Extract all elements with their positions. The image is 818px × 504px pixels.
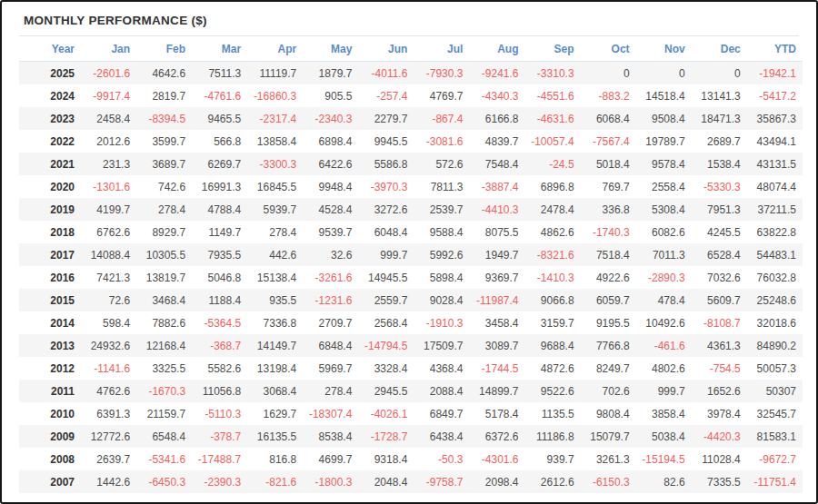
value-cell: 336.8 <box>581 198 636 221</box>
value-cell: -11987.4 <box>469 289 524 311</box>
value-cell: 54483.1 <box>747 243 803 266</box>
value-cell: 10492.6 <box>636 311 692 334</box>
value-cell: -3261.6 <box>303 266 358 289</box>
value-cell: 16991.3 <box>192 175 247 198</box>
value-cell: 37211.5 <box>747 198 803 221</box>
value-cell: 3272.6 <box>358 198 414 221</box>
year-cell: 2020 <box>19 175 81 198</box>
value-cell: 598.4 <box>81 311 136 334</box>
value-cell: -4761.6 <box>192 84 247 107</box>
value-cell: 2279.7 <box>358 107 414 130</box>
value-cell: -5330.3 <box>692 175 747 198</box>
value-cell: -4410.3 <box>469 198 524 221</box>
value-cell: 32.6 <box>303 243 358 266</box>
value-cell: -461.6 <box>636 334 692 357</box>
value-cell: -9241.6 <box>469 62 524 85</box>
value-cell: 1652.6 <box>692 380 747 402</box>
column-header-jun: Jun <box>358 36 414 62</box>
value-cell: 7766.8 <box>581 334 636 357</box>
value-cell: -8394.5 <box>136 107 192 130</box>
value-cell: 3089.7 <box>469 334 524 357</box>
value-cell: 1188.4 <box>192 289 247 311</box>
value-cell: 7336.8 <box>247 311 303 334</box>
value-cell: 6528.4 <box>692 243 747 266</box>
value-cell: 4802.6 <box>636 357 692 380</box>
year-cell: 2013 <box>19 334 81 357</box>
value-cell: 12772.6 <box>81 425 136 448</box>
value-cell: 5586.8 <box>358 153 414 175</box>
value-cell: -9917.4 <box>81 84 136 107</box>
value-cell: -8321.6 <box>525 243 581 266</box>
value-cell: 3858.4 <box>636 402 692 425</box>
column-header-oct: Oct <box>581 36 636 62</box>
value-cell: 7951.3 <box>692 198 747 221</box>
value-cell: 5969.7 <box>303 357 358 380</box>
value-cell: 14899.7 <box>469 380 524 402</box>
value-cell: 2539.7 <box>414 198 469 221</box>
value-cell: 76032.8 <box>747 266 803 289</box>
table-row: 20071442.6-6450.3-2390.3-821.6-1800.3204… <box>19 470 803 493</box>
value-cell: -4011.6 <box>358 62 414 85</box>
table-row: 2012-1141.63325.55582.613198.45969.73328… <box>19 357 803 380</box>
value-cell: 9945.5 <box>358 130 414 153</box>
value-cell: 5898.4 <box>414 266 469 289</box>
column-header-jul: Jul <box>414 36 469 62</box>
value-cell: 9522.6 <box>525 380 581 402</box>
value-cell: 5018.4 <box>581 153 636 175</box>
value-cell: 3458.4 <box>469 311 524 334</box>
column-header-may: May <box>303 36 358 62</box>
value-cell: -1744.5 <box>469 357 524 380</box>
table-row: 2021231.33689.76269.7-3300.36422.65586.8… <box>19 153 803 175</box>
value-cell: 4839.7 <box>469 130 524 153</box>
value-cell: -1301.6 <box>81 175 136 198</box>
page-title: MONTHLY PERFORMANCE ($) <box>24 14 798 27</box>
value-cell: 4872.6 <box>525 357 581 380</box>
value-cell: 6762.6 <box>81 221 136 243</box>
value-cell: 13858.4 <box>247 130 303 153</box>
column-header-feb: Feb <box>136 36 192 62</box>
value-cell: 16845.5 <box>247 175 303 198</box>
value-cell: 5046.8 <box>192 266 247 289</box>
value-cell: -1800.3 <box>303 470 358 493</box>
table-row: 20194199.7278.44788.45939.74528.43272.62… <box>19 198 803 221</box>
value-cell: 9195.5 <box>581 311 636 334</box>
value-cell: 4788.4 <box>192 198 247 221</box>
value-cell: 999.7 <box>358 243 414 266</box>
value-cell: -6150.3 <box>581 470 636 493</box>
table-row: 200912772.66548.4-378.716135.58538.4-172… <box>19 425 803 448</box>
year-cell: 2009 <box>19 425 81 448</box>
value-cell: 2819.7 <box>136 84 192 107</box>
value-cell: -1910.3 <box>414 311 469 334</box>
value-cell: 4762.6 <box>81 380 136 402</box>
year-cell: 2017 <box>19 243 81 266</box>
value-cell: -4340.3 <box>469 84 524 107</box>
value-cell: 9688.4 <box>525 334 581 357</box>
value-cell: -6450.3 <box>136 470 192 493</box>
value-cell: -14794.5 <box>358 334 414 357</box>
table-header: YearJanFebMarAprMayJunJulAugSepOctNovDec… <box>19 36 803 62</box>
column-header-apr: Apr <box>247 36 303 62</box>
value-cell: -2390.3 <box>192 470 247 493</box>
value-cell: 7811.3 <box>414 175 469 198</box>
value-cell: 5308.4 <box>636 198 692 221</box>
value-cell: 5939.7 <box>247 198 303 221</box>
value-cell: -4026.1 <box>358 402 414 425</box>
value-cell: 3261.3 <box>581 448 636 470</box>
year-cell: 2008 <box>19 448 81 470</box>
value-cell: 3978.4 <box>692 402 747 425</box>
year-cell: 2012 <box>19 357 81 380</box>
value-cell: 11119.7 <box>247 62 303 85</box>
table-row: 201324932.612168.4-368.714149.76848.4-14… <box>19 334 803 357</box>
table-row: 20167421.313819.75046.815138.4-3261.6149… <box>19 266 803 289</box>
value-cell: 6422.6 <box>303 153 358 175</box>
value-cell: 278.4 <box>303 380 358 402</box>
table-row: 20082639.7-5341.6-17488.7816.84699.79318… <box>19 448 803 470</box>
monthly-performance-table: YearJanFebMarAprMayJunJulAugSepOctNovDec… <box>19 36 803 493</box>
value-cell: 2568.4 <box>358 311 414 334</box>
column-header-nov: Nov <box>636 36 692 62</box>
value-cell: 5582.6 <box>192 357 247 380</box>
value-cell: 14149.7 <box>247 334 303 357</box>
value-cell: 905.5 <box>303 84 358 107</box>
value-cell: -378.7 <box>192 425 247 448</box>
value-cell: -10057.4 <box>525 130 581 153</box>
